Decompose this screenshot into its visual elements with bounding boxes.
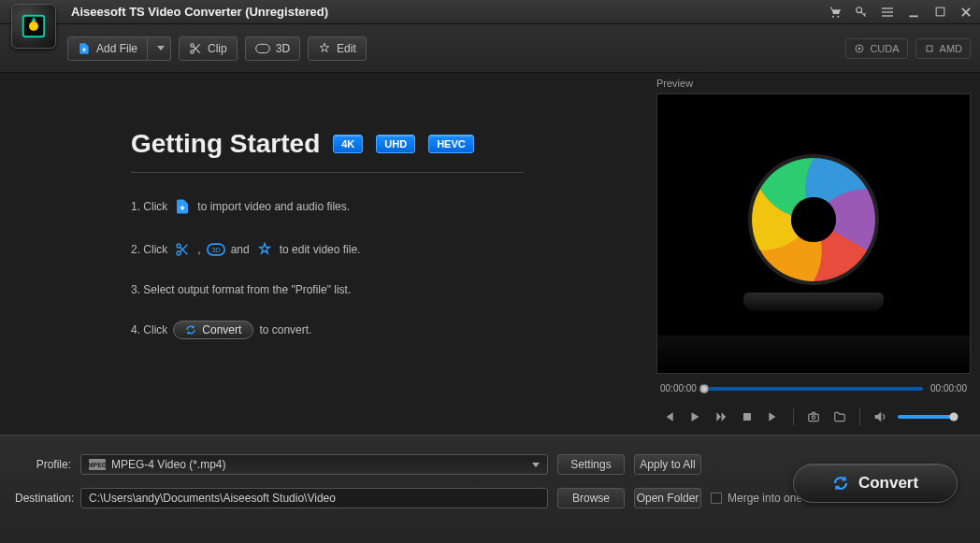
svg-rect-9 [936, 7, 944, 16]
badge-4k: 4K [333, 135, 363, 153]
app-title: Aiseesoft TS Video Converter (Unregister… [71, 5, 328, 19]
add-file-button[interactable]: Add File [67, 36, 148, 61]
toolbar: Add File Clip 3D Edit CUDA AMD [0, 24, 980, 73]
edit-label: Edit [337, 42, 356, 55]
titlebar: Aiseesoft TS Video Converter (Unregister… [0, 0, 980, 24]
edit-star-icon [255, 240, 274, 259]
amd-button[interactable]: AMD [915, 38, 971, 59]
prev-button[interactable] [660, 408, 677, 425]
close-icon[interactable] [958, 4, 974, 21]
stop-button[interactable] [739, 408, 756, 425]
fast-forward-button[interactable] [713, 408, 729, 425]
svg-rect-8 [909, 15, 917, 17]
step-1: 1. Click to import video and audio files… [131, 197, 647, 216]
volume-slider[interactable] [898, 415, 954, 419]
preview-pane: Preview 00:00:00 00:00:00 [647, 73, 980, 435]
badge-hevc: HEVC [428, 135, 474, 153]
bottom-panel: Profile: MPEG MPEG-4 Video (*.mp4) Setti… [0, 435, 980, 543]
getting-started-pane: Getting Started 4K UHD HEVC 1. Click to … [0, 73, 647, 435]
clip-button[interactable]: Clip [179, 36, 238, 61]
svg-rect-15 [927, 46, 932, 51]
menu-icon[interactable] [879, 4, 896, 21]
badge-uhd: UHD [376, 135, 415, 153]
settings-button[interactable]: Settings [557, 454, 625, 475]
3d-icon: 3D [207, 240, 225, 259]
profile-combo[interactable]: MPEG MPEG-4 Video (*.mp4) [80, 454, 548, 475]
divider [131, 172, 524, 173]
apply-all-button[interactable]: Apply to All [634, 454, 701, 475]
key-icon[interactable] [853, 4, 870, 21]
svg-rect-6 [882, 11, 893, 12]
convert-button[interactable]: Convert [793, 464, 958, 503]
destination-label: Destination: [15, 492, 71, 505]
getting-started-title: Getting Started [131, 129, 320, 159]
svg-rect-21 [809, 414, 819, 422]
3d-button[interactable]: 3D [245, 36, 300, 61]
svg-point-3 [837, 15, 839, 17]
time-total: 00:00:00 [930, 383, 967, 393]
destination-input[interactable]: C:\Users\andy\Documents\Aiseesoft Studio… [80, 488, 548, 508]
time-current: 00:00:00 [660, 383, 697, 393]
cuda-button[interactable]: CUDA [845, 38, 907, 59]
snapshot-button[interactable] [805, 408, 822, 425]
svg-rect-12 [255, 44, 269, 52]
app-logo [11, 4, 56, 49]
svg-point-2 [832, 15, 834, 17]
scissors-icon [173, 240, 192, 259]
svg-text:3D: 3D [211, 246, 221, 254]
add-file-icon [173, 197, 192, 216]
cuda-label: CUDA [870, 43, 899, 54]
profile-label: Profile: [15, 458, 71, 471]
convert-pill: Convert [173, 321, 253, 339]
edit-button[interactable]: Edit [308, 36, 367, 61]
3d-label: 3D [276, 42, 290, 55]
step-2: 2. Click , 3D and to edit video file. [131, 240, 647, 259]
next-button[interactable] [765, 408, 782, 425]
minimize-icon[interactable] [905, 4, 922, 21]
add-file-label: Add File [96, 42, 137, 55]
svg-point-1 [29, 21, 38, 31]
add-file-dropdown[interactable] [148, 36, 171, 61]
browse-button[interactable]: Browse [557, 488, 625, 508]
svg-rect-7 [882, 15, 893, 16]
folder-button[interactable] [831, 408, 848, 425]
convert-label: Convert [858, 474, 918, 493]
open-folder-button[interactable]: Open Folder [634, 488, 701, 508]
svg-point-14 [858, 47, 861, 50]
seek-slider[interactable] [704, 387, 923, 391]
step-4: 4. Click Convert to convert. [131, 321, 647, 339]
step-3: 3. Select output format from the "Profil… [131, 283, 647, 296]
svg-rect-5 [882, 7, 893, 8]
volume-icon[interactable] [872, 408, 888, 425]
chevron-down-icon [532, 463, 540, 467]
checkbox-icon [711, 493, 722, 504]
format-icon: MPEG [89, 459, 106, 470]
profile-value: MPEG-4 Video (*.mp4) [111, 458, 226, 471]
maximize-icon[interactable] [931, 4, 948, 21]
svg-point-22 [812, 416, 815, 420]
preview-label: Preview [647, 73, 980, 93]
amd-label: AMD [940, 43, 962, 54]
aperture-icon [748, 154, 879, 285]
play-button[interactable] [686, 408, 703, 425]
cart-icon[interactable] [827, 4, 843, 21]
svg-rect-20 [743, 413, 751, 421]
preview-viewport [656, 93, 971, 374]
clip-label: Clip [208, 42, 227, 55]
